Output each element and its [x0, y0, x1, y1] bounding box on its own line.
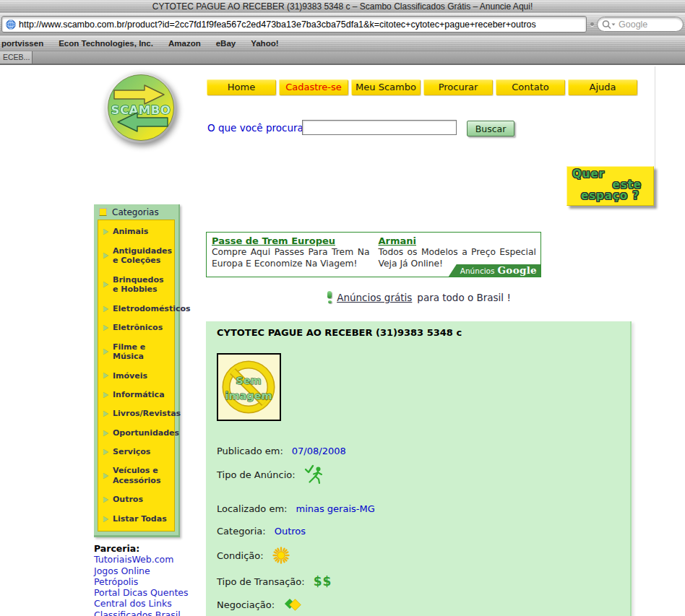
sidebar-item-outros[interactable]: Outros: [98, 495, 174, 505]
sidebar-item-label: Livros/Revistas: [113, 409, 181, 419]
sidebar-item-filme-e-m-sica[interactable]: Filme e Música: [98, 342, 174, 363]
free-ads-line: Anúncios grátis para todo o Brasil !: [206, 291, 632, 303]
detail-label: Tipo de Anúncio:: [217, 469, 296, 480]
sidebar-item-label: Eletrônicos: [113, 323, 163, 333]
sidebar-item-label: Outros: [113, 495, 143, 505]
detail-row-tipo-de-an-ncio: Tipo de Anúncio:: [217, 464, 326, 485]
sidebar-item-livros-revistas[interactable]: Livros/Revistas: [98, 409, 174, 419]
exclamation-icon: [327, 291, 332, 303]
sidebar-item-animais[interactable]: Animais: [98, 227, 174, 237]
sidebar-item-label: Brinquedos e Hobbies: [113, 275, 164, 295]
google-ads-box: Passe de Trem EuropeuCompre Aqui Passes …: [206, 232, 541, 277]
arrow-right-icon: [103, 253, 108, 259]
partners-block: Parceria: TutoriaisWeb.comJogos OnlinePe…: [94, 543, 188, 616]
arrow-right-icon: [103, 430, 108, 436]
ad-space-promo[interactable]: Quer este espaço ?: [566, 166, 654, 206]
browser-window: CYTOTEC PAGUE AO RECEBER (31)9383 5348 c…: [0, 0, 685, 616]
partner-link-central-dos-links[interactable]: Central dos Links: [94, 598, 188, 609]
nav-button-meu-scambo[interactable]: Meu Scambo: [351, 79, 421, 95]
main-nav: HomeCadastre-seMeu ScamboProcurarContato…: [207, 79, 637, 95]
snapback-dot-icon: [590, 22, 594, 26]
window-title-bar[interactable]: CYTOTEC PAGUE AO RECEBER (31)9383 5348 c…: [0, 0, 685, 13]
address-bar[interactable]: [1, 16, 587, 32]
sidebar-item-label: Eletrodomésticos: [113, 304, 191, 314]
scambo-logo[interactable]: SCAMBO: [103, 70, 178, 145]
sidebar-item-oportunidades[interactable]: Oportunidades: [98, 428, 174, 438]
sidebar-item-label: Informática: [113, 390, 165, 400]
category-square-icon: [99, 208, 107, 216]
sidebar-item-eletrodom-sticos[interactable]: Eletrodomésticos: [98, 304, 174, 314]
bookmark-item-ebay[interactable]: eBay: [216, 39, 236, 48]
search-magnifier-icon[interactable]: [601, 19, 617, 30]
categories-list: AnimaisAntiguidades e ColeçõesBrinquedos…: [98, 220, 175, 532]
partner-links: TutoriaisWeb.comJogos OnlinePetrópolisPo…: [94, 554, 188, 616]
detail-value[interactable]: Outros: [275, 526, 306, 537]
no-image-text: imagem: [225, 390, 272, 402]
detail-label: Publicado em:: [217, 446, 283, 456]
bookmark-item-amazon[interactable]: Amazon: [168, 39, 201, 48]
arrow-right-icon: [103, 229, 108, 235]
no-image-icon: Sem imagem: [218, 355, 280, 420]
nav-button-ajuda[interactable]: Ajuda: [568, 79, 637, 95]
sun-icon: [272, 547, 290, 564]
detail-label: Tipo de Transação:: [217, 576, 305, 587]
sidebar-item-label: Oportunidades: [113, 428, 179, 438]
sidebar-item-listar-todas[interactable]: Listar Todas: [98, 514, 174, 524]
google-ads-tag[interactable]: Anúncios Google: [449, 264, 540, 277]
free-ads-rest: para todo o Brasil !: [417, 292, 511, 303]
sidebar-item-label: Imóveis: [113, 371, 147, 381]
sidebar-item-eletr-nicos[interactable]: Eletrônicos: [98, 323, 174, 333]
browser-search-input[interactable]: [617, 19, 678, 30]
page-content: SCAMBO HomeCadastre-seMeu ScamboProcurar…: [0, 65, 685, 616]
bookmark-item-yahoo[interactable]: Yahoo!: [251, 39, 278, 48]
address-input[interactable]: [19, 19, 586, 30]
sidebar-item-inform-tica[interactable]: Informática: [98, 390, 174, 400]
sidebar-item-brinquedos[interactable]: Brinquedos e Hobbies: [98, 275, 174, 295]
arrow-right-icon: [103, 497, 108, 503]
browser-toolbar: [0, 13, 685, 35]
arrow-right-icon: [103, 349, 108, 355]
sidebar-item-ve-culos-e[interactable]: Veículos e Acessórios: [98, 466, 174, 486]
partner-link-classificados-brasil[interactable]: Classificados Brasil: [94, 610, 188, 616]
dollars-icon: $$: [314, 574, 332, 589]
arrow-right-icon: [103, 392, 108, 398]
free-ads-link[interactable]: Anúncios grátis: [337, 292, 412, 303]
partner-link-tutoriaisweb-com[interactable]: TutoriaisWeb.com: [94, 554, 188, 565]
site-favicon-globe-icon: [6, 19, 16, 30]
site-search-input[interactable]: [302, 120, 457, 135]
partner-link-portal-dicas-quentes[interactable]: Portal Dicas Quentes: [94, 587, 188, 598]
ads-columns: Passe de Trem EuropeuCompre Aqui Passes …: [207, 233, 540, 269]
nav-button-cadastre-se[interactable]: Cadastre-se: [279, 79, 348, 95]
partner-link-jogos-online[interactable]: Jogos Online: [94, 565, 188, 576]
arrow-right-icon: [103, 373, 108, 378]
arrow-right-icon: [103, 306, 108, 312]
sidebar-item-label: Listar Todas: [113, 514, 167, 524]
detail-value[interactable]: 07/08/2008: [292, 446, 346, 456]
arrow-right-icon: [103, 473, 108, 479]
ad-body-text: Compre Aqui Passes Para Trem Na Europa E…: [212, 247, 370, 269]
tab-eceb[interactable]: ECEB...: [0, 51, 33, 64]
buscar-button[interactable]: Buscar: [467, 121, 514, 136]
categories-header: Categorias: [94, 204, 178, 220]
nav-button-procurar[interactable]: Procurar: [423, 79, 493, 95]
sidebar-item-antiguidades[interactable]: Antiguidades e Coleções: [98, 246, 174, 266]
sidebar-item-im-veis[interactable]: Imóveis: [98, 371, 174, 381]
bookmark-item-portvissen[interactable]: portvissen: [1, 39, 43, 48]
detail-row-categoria: Categoria:Outros: [217, 526, 306, 537]
sidebar-item-label: Antiguidades e Coleções: [113, 246, 172, 266]
bookmarks-bar: portvissenEcon Technologies, Inc.Amazone…: [0, 35, 685, 51]
ad-title-link[interactable]: Passe de Trem Europeu: [212, 235, 370, 246]
partner-link-petr-polis[interactable]: Petrópolis: [94, 576, 188, 587]
detail-row-publicado-em: Publicado em:07/08/2008: [217, 446, 346, 456]
search-label: O que você procura ?: [207, 122, 311, 134]
bookmark-item-econ-technologies-inc[interactable]: Econ Technologies, Inc.: [59, 39, 153, 48]
browser-search-field[interactable]: [597, 17, 684, 32]
arrow-right-icon: [103, 516, 108, 522]
nav-button-contato[interactable]: Contato: [496, 79, 565, 95]
detail-value[interactable]: minas gerais-MG: [296, 503, 374, 514]
arrow-right-icon: [103, 449, 108, 455]
nav-button-home[interactable]: Home: [207, 79, 276, 95]
ad-title-link[interactable]: Armani: [379, 235, 537, 246]
google-logo: Google: [498, 264, 538, 276]
sidebar-item-servi-os[interactable]: Serviços: [98, 447, 174, 457]
